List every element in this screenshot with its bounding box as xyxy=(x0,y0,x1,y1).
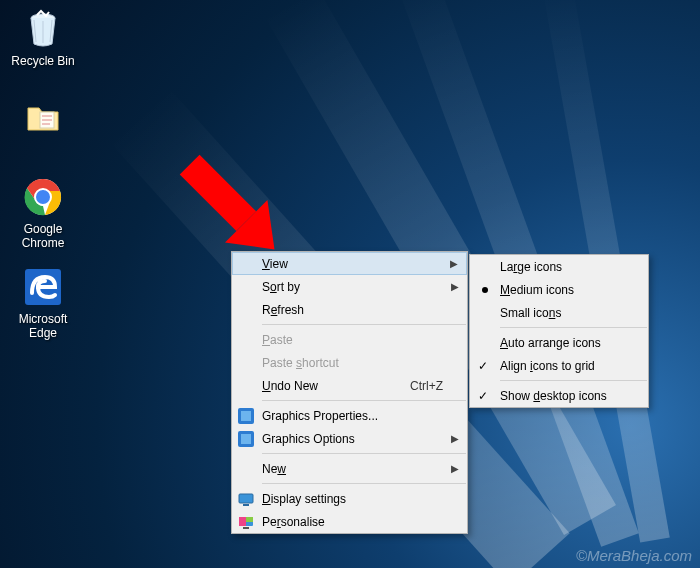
menu-item-label: Personalise xyxy=(262,515,325,529)
menu-item-label: Align icons to grid xyxy=(500,359,595,373)
menu-item-label: New xyxy=(262,462,286,476)
submenu-arrow-icon: ▶ xyxy=(451,433,459,444)
edge-icon xyxy=(22,266,64,308)
desktop-icon-recycle-bin[interactable]: Recycle Bin xyxy=(5,8,81,68)
menu-separator xyxy=(500,327,647,328)
menu-item-paste-shortcut: Paste shortcut xyxy=(232,351,467,374)
folder-icon xyxy=(22,96,64,138)
submenu-item-align-to-grid[interactable]: ✓ Align icons to grid xyxy=(470,354,648,377)
submenu-item-large-icons[interactable]: Large icons xyxy=(470,255,648,278)
menu-item-paste: Paste xyxy=(232,328,467,351)
svg-rect-10 xyxy=(241,411,251,421)
svg-rect-14 xyxy=(243,504,249,506)
menu-item-label: Auto arrange icons xyxy=(500,336,601,350)
menu-item-label: Undo New xyxy=(262,379,318,393)
menu-separator xyxy=(262,483,466,484)
menu-item-label: Small icons xyxy=(500,306,561,320)
menu-item-label: Display settings xyxy=(262,492,346,506)
desktop-icon-folder[interactable] xyxy=(5,96,81,142)
menu-separator xyxy=(262,324,466,325)
chrome-icon xyxy=(22,176,64,218)
submenu-arrow-icon: ▶ xyxy=(451,281,459,292)
menu-item-label: Graphics Options xyxy=(262,432,355,446)
desktop-icon-edge[interactable]: Microsoft Edge xyxy=(5,266,81,340)
menu-separator xyxy=(262,453,466,454)
menu-separator xyxy=(500,380,647,381)
radio-selected-icon xyxy=(482,287,488,293)
menu-item-label: Refresh xyxy=(262,303,304,317)
menu-item-label: Show desktop icons xyxy=(500,389,607,403)
menu-item-label: Sort by xyxy=(262,280,300,294)
menu-item-view[interactable]: View ▶ xyxy=(232,252,467,275)
submenu-item-show-desktop-icons[interactable]: ✓ Show desktop icons xyxy=(470,384,648,407)
menu-item-label: Paste xyxy=(262,333,293,347)
svg-rect-18 xyxy=(243,527,249,529)
menu-item-personalise[interactable]: Personalise xyxy=(232,510,467,533)
menu-item-label: Paste shortcut xyxy=(262,356,339,370)
menu-item-graphics-properties[interactable]: Graphics Properties... xyxy=(232,404,467,427)
desktop-context-menu: View ▶ Sort by ▶ Refresh Paste Paste sho… xyxy=(231,251,468,534)
menu-item-label: View xyxy=(262,257,288,271)
menu-item-display-settings[interactable]: Display settings xyxy=(232,487,467,510)
display-settings-icon xyxy=(238,491,254,507)
recycle-bin-icon xyxy=(22,8,64,50)
menu-item-undo-new[interactable]: Undo New Ctrl+Z xyxy=(232,374,467,397)
submenu-item-small-icons[interactable]: Small icons xyxy=(470,301,648,324)
check-icon: ✓ xyxy=(478,359,488,373)
svg-rect-17 xyxy=(246,517,253,522)
menu-item-new[interactable]: New ▶ xyxy=(232,457,467,480)
desktop-icon-chrome[interactable]: Google Chrome xyxy=(5,176,81,250)
menu-item-refresh[interactable]: Refresh xyxy=(232,298,467,321)
menu-item-sort-by[interactable]: Sort by ▶ xyxy=(232,275,467,298)
svg-rect-12 xyxy=(241,434,251,444)
svg-rect-16 xyxy=(239,517,246,526)
menu-shortcut: Ctrl+Z xyxy=(410,379,443,393)
menu-item-label: Large icons xyxy=(500,260,562,274)
check-icon: ✓ xyxy=(478,389,488,403)
submenu-arrow-icon: ▶ xyxy=(451,463,459,474)
desktop-icon-label: Microsoft Edge xyxy=(5,312,81,340)
desktop-icon-label: Recycle Bin xyxy=(5,54,81,68)
personalise-icon xyxy=(238,514,254,530)
submenu-arrow-icon: ▶ xyxy=(450,258,458,269)
watermark: ©MeraBheja.com xyxy=(576,547,692,564)
menu-item-label: Medium icons xyxy=(500,283,574,297)
menu-item-label: Graphics Properties... xyxy=(262,409,378,423)
submenu-item-medium-icons[interactable]: Medium icons xyxy=(470,278,648,301)
svg-rect-13 xyxy=(239,494,253,503)
view-submenu: Large icons Medium icons Small icons Aut… xyxy=(469,254,649,408)
menu-item-graphics-options[interactable]: Graphics Options ▶ xyxy=(232,427,467,450)
submenu-item-auto-arrange[interactable]: Auto arrange icons xyxy=(470,331,648,354)
desktop-icon-label: Google Chrome xyxy=(5,222,81,250)
svg-rect-19 xyxy=(180,155,256,231)
menu-separator xyxy=(262,400,466,401)
intel-graphics-icon xyxy=(238,408,254,424)
intel-graphics-icon xyxy=(238,431,254,447)
